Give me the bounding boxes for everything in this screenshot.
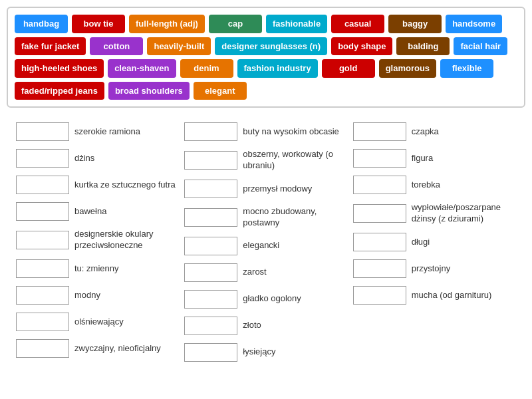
answer-input[interactable] xyxy=(184,151,237,170)
word-tag-fashionable[interactable]: fashionable xyxy=(266,15,327,33)
match-row: elegancki xyxy=(182,233,350,259)
word-tag-clean-shaven[interactable]: clean-shaven xyxy=(108,59,176,78)
match-label: modny xyxy=(74,290,100,301)
match-row: długi xyxy=(350,229,519,255)
match-row: wypłowiałe/poszarpane dżinsy (z dziurami… xyxy=(350,198,519,229)
match-label: mocno zbudowany, postawny xyxy=(243,206,347,229)
match-label: gładko ogolony xyxy=(243,293,301,305)
match-label: bawełna xyxy=(74,206,106,217)
word-tag-baggy[interactable]: baggy xyxy=(388,15,442,33)
match-label: elegancki xyxy=(243,240,279,251)
answer-input[interactable] xyxy=(16,339,69,358)
match-label: mucha (od garnituru) xyxy=(412,290,492,301)
match-label: buty na wysokim obcasie xyxy=(243,126,339,138)
match-row: łysiejący xyxy=(182,339,350,366)
word-tag-elegant[interactable]: elegant xyxy=(194,82,247,100)
match-label: czapka xyxy=(412,126,439,138)
match-row: czapka xyxy=(350,118,519,145)
match-row: przystojny xyxy=(350,255,519,282)
match-label: przemysł modowy xyxy=(243,184,312,195)
match-label: złoto xyxy=(243,320,261,331)
match-label: obszerny, workowaty (o ubraniu) xyxy=(243,149,347,172)
answer-input[interactable] xyxy=(353,286,406,305)
answer-input[interactable] xyxy=(16,259,69,278)
match-label: designerskie okulary przeciwsłoneczne xyxy=(74,229,179,251)
answer-input[interactable] xyxy=(16,231,69,249)
match-label: długi xyxy=(412,237,430,248)
word-tag-flexible[interactable]: flexible xyxy=(440,59,493,78)
match-label: zarost xyxy=(243,267,266,278)
answer-input[interactable] xyxy=(16,202,69,221)
match-label: torebka xyxy=(412,180,440,191)
answer-input[interactable] xyxy=(353,122,406,141)
answer-input[interactable] xyxy=(184,180,237,198)
word-tag-high-heeled-shoes[interactable]: high-heeled shoes xyxy=(15,59,104,78)
match-row: gładko ogolony xyxy=(182,286,350,313)
match-column-2: buty na wysokim obcasieobszerny, workowa… xyxy=(182,118,350,366)
answer-input[interactable] xyxy=(16,286,69,305)
answer-input[interactable] xyxy=(16,122,69,141)
word-tag-fake-fur-jacket[interactable]: fake fur jacket xyxy=(15,37,86,56)
match-row: designerskie okulary przeciwsłoneczne xyxy=(13,225,182,255)
answer-input[interactable] xyxy=(184,122,237,141)
answer-input[interactable] xyxy=(184,317,237,335)
answer-input[interactable] xyxy=(184,237,237,255)
match-row: dżins xyxy=(13,145,182,172)
match-row: mocno zbudowany, postawny xyxy=(182,202,350,233)
word-tag-handsome[interactable]: handsome xyxy=(446,15,502,33)
match-row: figura xyxy=(350,145,519,172)
word-tag-balding[interactable]: balding xyxy=(396,37,450,56)
match-row: złoto xyxy=(182,313,350,339)
answer-input[interactable] xyxy=(16,176,69,194)
word-tag-casual[interactable]: casual xyxy=(331,15,384,33)
match-row: szerokie ramiona xyxy=(13,118,182,145)
word-tag-bow-tie[interactable]: bow tie xyxy=(72,15,125,33)
match-label: przystojny xyxy=(412,263,451,275)
answer-input[interactable] xyxy=(184,343,237,362)
match-label: szerokie ramiona xyxy=(74,126,140,138)
match-label: figura xyxy=(412,153,434,164)
answer-input[interactable] xyxy=(184,263,237,282)
match-row: zwyczajny, nieoficjalny xyxy=(13,335,182,362)
word-tag-cap[interactable]: cap xyxy=(209,15,262,33)
answer-input[interactable] xyxy=(184,208,237,227)
answer-input[interactable] xyxy=(184,290,237,309)
word-tag-glamorous[interactable]: glamorous xyxy=(379,59,436,78)
word-tag-denim[interactable]: denim xyxy=(180,59,233,78)
match-label: łysiejący xyxy=(243,346,275,358)
answer-input[interactable] xyxy=(353,233,406,251)
word-tag-body-shape[interactable]: body shape xyxy=(331,37,392,56)
match-column-1: szerokie ramionadżinskurtka ze sztuczneg… xyxy=(13,118,182,366)
match-row: modny xyxy=(13,282,182,309)
word-tag-gold[interactable]: gold xyxy=(322,59,375,78)
word-tag-cotton[interactable]: cotton xyxy=(90,37,143,56)
word-tag-heavily-built[interactable]: heavily-built xyxy=(147,37,211,56)
match-row: bawełna xyxy=(13,198,182,225)
word-bank: handbagbow tiefull-length (adj)capfashio… xyxy=(7,7,525,108)
match-row: buty na wysokim obcasie xyxy=(182,118,350,145)
match-row: olśniewający xyxy=(13,309,182,335)
word-tag-handbag[interactable]: handbag xyxy=(15,15,68,33)
answer-input[interactable] xyxy=(16,149,69,168)
word-tag-fashion-industry[interactable]: fashion industry xyxy=(237,59,318,78)
match-row: tu: zmienny xyxy=(13,255,182,282)
match-label: zwyczajny, nieoficjalny xyxy=(74,343,161,354)
match-row: kurtka ze sztucznego futra xyxy=(13,172,182,198)
match-row: przemysł modowy xyxy=(182,176,350,202)
match-row: zarost xyxy=(182,259,350,286)
answer-input[interactable] xyxy=(353,176,406,194)
matching-area: szerokie ramionadżinskurtka ze sztuczneg… xyxy=(7,118,525,366)
word-tag-broad-shoulders[interactable]: broad shoulders xyxy=(108,82,190,100)
answer-input[interactable] xyxy=(16,313,69,331)
word-tag-facial-hair[interactable]: facial hair xyxy=(454,37,507,56)
match-label: tu: zmienny xyxy=(74,263,118,275)
word-tag-designer-sunglasses[interactable]: designer sunglasses (n) xyxy=(215,37,327,56)
answer-input[interactable] xyxy=(353,149,406,168)
word-tag-faded-ripped-jeans[interactable]: faded/ripped jeans xyxy=(15,82,104,100)
word-tag-full-length[interactable]: full-length (adj) xyxy=(129,15,205,33)
answer-input[interactable] xyxy=(353,204,406,223)
match-label: olśniewający xyxy=(74,317,124,328)
match-label: dżins xyxy=(74,153,94,164)
answer-input[interactable] xyxy=(353,259,406,278)
match-label: kurtka ze sztucznego futra xyxy=(74,180,176,191)
